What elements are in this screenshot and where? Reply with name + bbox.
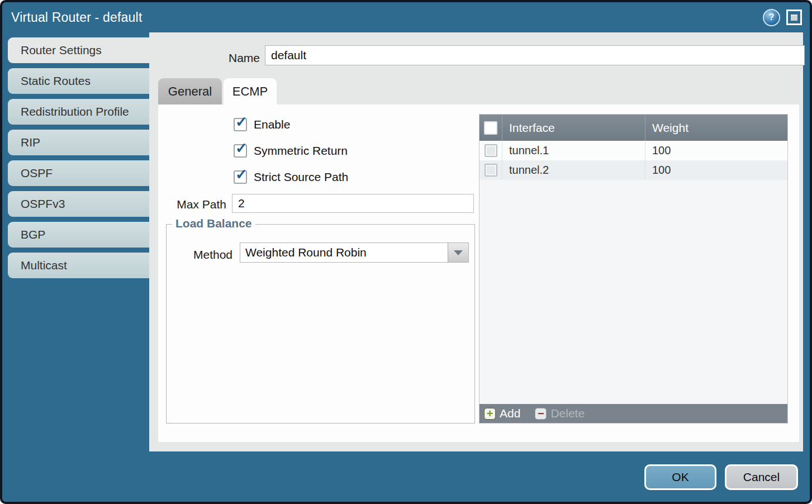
sidebar: Router Settings Static Routes Redistribu… — [2, 32, 149, 502]
chevron-down-icon — [454, 250, 463, 255]
sidebar-item-bgp[interactable]: BGP — [8, 222, 149, 248]
max-path-label: Max Path — [158, 195, 226, 214]
enable-checkbox[interactable]: ✓ — [234, 118, 247, 131]
enable-label: Enable — [254, 118, 290, 131]
method-label: Method — [167, 245, 232, 265]
column-header-interface[interactable]: Interface — [502, 115, 645, 141]
table-header: Interface Weight — [479, 115, 787, 141]
max-path-input[interactable] — [232, 194, 474, 213]
load-balance-legend: Load Balance — [172, 217, 255, 230]
cell-weight: 100 — [645, 141, 787, 160]
titlebar-icons: ? — [763, 9, 810, 26]
delete-label: Delete — [550, 407, 585, 420]
row-checkbox-cell — [479, 160, 502, 180]
row-checkbox[interactable] — [485, 144, 497, 157]
cancel-button[interactable]: Cancel — [725, 464, 798, 490]
cell-weight: 100 — [645, 160, 787, 180]
restore-glyph — [791, 15, 797, 21]
strict-source-path-row: ✓ Strict Source Path — [234, 169, 348, 185]
table-empty-area — [479, 180, 787, 404]
sidebar-item-label: OSPF — [21, 167, 53, 180]
delete-icon: − — [535, 408, 547, 420]
tab-ecmp[interactable]: ECMP — [224, 78, 277, 104]
symmetric-return-label: Symmetric Return — [254, 144, 348, 158]
help-icon[interactable]: ? — [763, 9, 780, 26]
dropdown-arrow-button[interactable] — [448, 243, 468, 262]
restore-window-icon[interactable] — [786, 9, 802, 25]
sidebar-item-label: Static Routes — [21, 74, 91, 88]
name-input[interactable] — [265, 45, 805, 65]
add-icon: + — [484, 408, 496, 420]
sidebar-item-ospf[interactable]: OSPF — [8, 160, 149, 186]
dialog-title: Virtual Router - default — [2, 10, 143, 25]
sidebar-item-label: Redistribution Profile — [21, 105, 129, 118]
interface-table: Interface Weight tunnel.1 100 tunnel.2 1… — [479, 114, 788, 424]
table-footer: + Add − Delete — [479, 404, 787, 423]
sidebar-item-rip[interactable]: RIP — [8, 130, 149, 155]
checkmark-icon: ✓ — [235, 141, 248, 155]
tab-label: ECMP — [232, 84, 268, 99]
add-button[interactable]: + Add — [484, 407, 520, 420]
row-checkbox[interactable] — [485, 164, 497, 177]
ecmp-panel: ✓ Enable ✓ Symmetric Return ✓ Strict Sou… — [158, 104, 799, 442]
table-row[interactable]: tunnel.1 100 — [479, 141, 787, 160]
sidebar-item-label: RIP — [21, 136, 40, 149]
sidebar-item-ospfv3[interactable]: OSPFv3 — [8, 191, 149, 217]
checkmark-icon: ✓ — [235, 167, 248, 182]
checkmark-icon: ✓ — [235, 115, 248, 129]
method-value: Weighted Round Robin — [240, 243, 448, 262]
tab-label: General — [168, 84, 212, 99]
name-label: Name — [172, 48, 260, 68]
sidebar-item-label: OSPFv3 — [21, 197, 65, 211]
tab-general[interactable]: General — [158, 78, 222, 104]
ok-button[interactable]: OK — [644, 464, 716, 490]
row-checkbox-cell — [479, 141, 502, 160]
content-panel: Name General ECMP ✓ Enable ✓ Symmetric R… — [149, 32, 803, 451]
sidebar-item-multicast[interactable]: Multicast — [8, 253, 149, 278]
select-all-checkbox[interactable] — [484, 121, 497, 135]
sidebar-item-static-routes[interactable]: Static Routes — [8, 68, 149, 94]
sidebar-item-redistribution-profile[interactable]: Redistribution Profile — [8, 99, 149, 125]
column-header-weight[interactable]: Weight — [645, 115, 787, 141]
symmetric-return-row: ✓ Symmetric Return — [234, 143, 348, 159]
delete-button[interactable]: − Delete — [535, 407, 585, 420]
sidebar-item-label: BGP — [21, 228, 45, 241]
titlebar: Virtual Router - default ? — [2, 2, 810, 32]
sidebar-item-label: Multicast — [21, 259, 67, 272]
cell-interface: tunnel.2 — [502, 160, 645, 180]
add-label: Add — [500, 407, 520, 420]
load-balance-group: Load Balance Method Weighted Round Robin — [166, 224, 475, 424]
cell-interface: tunnel.1 — [502, 141, 645, 160]
header-checkbox-cell — [479, 115, 502, 141]
symmetric-return-checkbox[interactable]: ✓ — [234, 144, 247, 158]
help-glyph: ? — [769, 12, 775, 22]
method-dropdown[interactable]: Weighted Round Robin — [240, 243, 469, 263]
virtual-router-dialog: Virtual Router - default ? Router Settin… — [0, 0, 812, 504]
sidebar-item-router-settings[interactable]: Router Settings — [8, 37, 149, 63]
enable-row: ✓ Enable — [234, 117, 290, 132]
table-row[interactable]: tunnel.2 100 — [479, 160, 787, 180]
strict-source-path-label: Strict Source Path — [254, 170, 348, 184]
sidebar-item-label: Router Settings — [21, 44, 102, 57]
strict-source-path-checkbox[interactable]: ✓ — [234, 170, 247, 184]
